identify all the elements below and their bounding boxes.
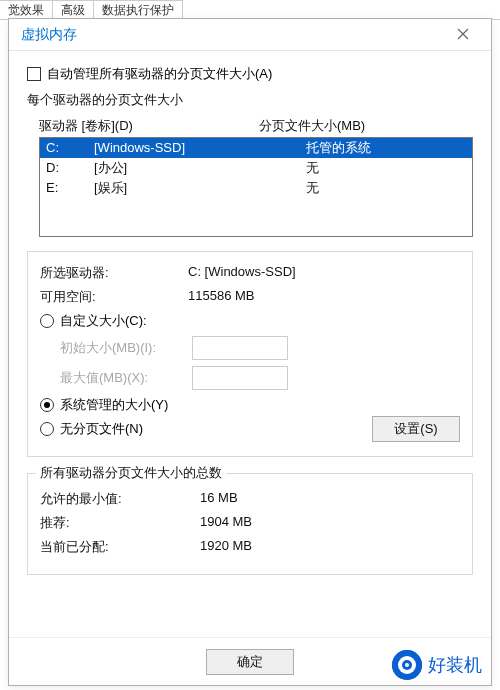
system-managed-label: 系统管理的大小(Y) — [60, 396, 168, 414]
bg-tab[interactable]: 高级 — [52, 0, 94, 19]
drive-letter: C: — [46, 139, 94, 157]
initial-size-input[interactable] — [192, 336, 288, 360]
watermark: 好装机 — [392, 650, 482, 680]
virtual-memory-dialog: 虚拟内存 自动管理所有驱动器的分页文件大小(A) 每个驱动器的分页文件大小 驱动… — [8, 18, 492, 686]
dialog-title: 虚拟内存 — [21, 26, 443, 44]
set-button[interactable]: 设置(S) — [372, 416, 460, 442]
custom-size-label: 自定义大小(C): — [60, 312, 147, 330]
parent-dialog-tabs: 觉效果 高级 数据执行保护 — [0, 0, 500, 20]
drive-list-header: 驱动器 [卷标](D) 分页文件大小(MB) — [39, 115, 473, 137]
per-drive-label: 每个驱动器的分页文件大小 — [27, 91, 473, 109]
no-paging-label: 无分页文件(N) — [60, 420, 143, 438]
drive-volume-label: [办公] — [94, 159, 258, 177]
available-space-label: 可用空间: — [40, 288, 188, 306]
ok-button[interactable]: 确定 — [206, 649, 294, 675]
drive-volume-label: [娱乐] — [94, 179, 258, 197]
header-paging: 分页文件大小(MB) — [259, 117, 473, 135]
drive-letter: E: — [46, 179, 94, 197]
min-allowed-value: 16 MB — [200, 490, 238, 508]
svg-point-3 — [405, 663, 409, 667]
auto-manage-checkbox[interactable]: 自动管理所有驱动器的分页文件大小(A) — [27, 65, 473, 83]
watermark-text: 好装机 — [428, 653, 482, 677]
watermark-logo-icon — [392, 650, 422, 680]
auto-manage-label: 自动管理所有驱动器的分页文件大小(A) — [47, 65, 272, 83]
radio-icon — [40, 314, 54, 328]
totals-title: 所有驱动器分页文件大小的总数 — [36, 464, 226, 482]
recommended-value: 1904 MB — [200, 514, 252, 532]
system-managed-radio[interactable]: 系统管理的大小(Y) — [40, 396, 460, 414]
totals-group: 所有驱动器分页文件大小的总数 允许的最小值: 16 MB 推荐: 1904 MB… — [27, 473, 473, 575]
drive-list[interactable]: C: [Windows-SSD] 托管的系统 D: [办公] 无 E: [娱乐]… — [39, 137, 473, 237]
recommended-label: 推荐: — [40, 514, 200, 532]
titlebar: 虚拟内存 — [9, 19, 491, 51]
drive-row[interactable]: C: [Windows-SSD] 托管的系统 — [40, 138, 472, 158]
min-allowed-label: 允许的最小值: — [40, 490, 200, 508]
current-alloc-label: 当前已分配: — [40, 538, 200, 556]
drive-paging-value: 无 — [258, 159, 466, 177]
header-drive: 驱动器 [卷标](D) — [39, 117, 259, 135]
selected-drive-value: C: [Windows-SSD] — [188, 264, 296, 282]
drive-paging-value: 无 — [258, 179, 466, 197]
checkbox-icon — [27, 67, 41, 81]
radio-icon — [40, 398, 54, 412]
max-size-input[interactable] — [192, 366, 288, 390]
initial-size-label: 初始大小(MB)(I): — [60, 339, 192, 357]
drive-letter: D: — [46, 159, 94, 177]
selected-drive-group: 所选驱动器: C: [Windows-SSD] 可用空间: 115586 MB … — [27, 251, 473, 457]
current-alloc-value: 1920 MB — [200, 538, 252, 556]
drive-row[interactable]: E: [娱乐] 无 — [40, 178, 472, 198]
selected-drive-label: 所选驱动器: — [40, 264, 188, 282]
drive-row[interactable]: D: [办公] 无 — [40, 158, 472, 178]
radio-icon — [40, 422, 54, 436]
bg-tab[interactable]: 觉效果 — [0, 0, 53, 19]
available-space-value: 115586 MB — [188, 288, 255, 306]
custom-size-radio[interactable]: 自定义大小(C): — [40, 312, 460, 330]
max-size-label: 最大值(MB)(X): — [60, 369, 192, 387]
drive-volume-label: [Windows-SSD] — [94, 139, 258, 157]
close-button[interactable] — [443, 26, 483, 44]
bg-tab[interactable]: 数据执行保护 — [93, 0, 183, 19]
close-icon — [457, 28, 469, 40]
drive-paging-value: 托管的系统 — [258, 139, 466, 157]
